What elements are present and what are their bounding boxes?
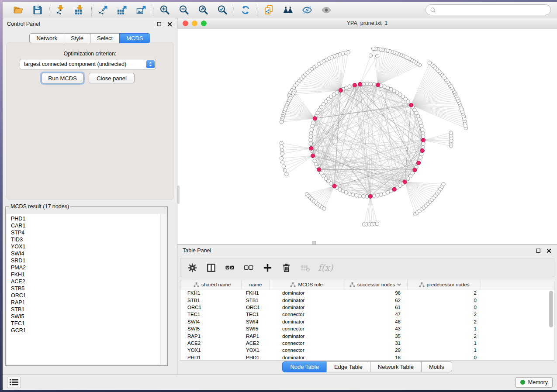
tab-network-table[interactable]: Network Table bbox=[370, 361, 422, 372]
import-table-button[interactable] bbox=[74, 4, 86, 16]
memory-button[interactable]: Memory bbox=[515, 377, 553, 388]
deselect-all-button[interactable] bbox=[243, 262, 254, 273]
mcds-result-item[interactable]: TEC1 bbox=[7, 320, 166, 327]
column-header-successor-nodes[interactable]: successor nodes bbox=[343, 280, 408, 289]
mcds-result-item[interactable]: TID3 bbox=[7, 236, 166, 243]
mcds-result-item[interactable]: PHD1 bbox=[7, 215, 166, 222]
mcds-result-item[interactable]: SWI4 bbox=[7, 250, 166, 257]
show-details-button[interactable] bbox=[321, 4, 332, 16]
mcds-result-item[interactable]: RAP1 bbox=[7, 299, 166, 306]
tab-select[interactable]: Select bbox=[90, 33, 120, 43]
column-header-name[interactable]: name bbox=[242, 280, 270, 289]
cell: SWI4 bbox=[242, 319, 270, 324]
cell: dominator bbox=[270, 319, 343, 324]
control-panel-tabs: NetworkStyleSelectMCDS bbox=[3, 33, 177, 43]
table-row[interactable]: TEC1TEC1connector472 bbox=[180, 311, 554, 318]
mcds-result-item[interactable]: STB1 bbox=[7, 306, 166, 313]
column-header-predecessor-nodes[interactable]: predecessor nodes bbox=[408, 280, 481, 289]
network-canvas[interactable] bbox=[177, 29, 557, 244]
close-mcds-panel-button[interactable]: Close panel bbox=[89, 73, 135, 83]
table-row[interactable]: RAP1RAP1dominator352 bbox=[180, 332, 554, 339]
column-header-MCDS-role[interactable]: MCDS role bbox=[270, 280, 343, 289]
mcds-result-item[interactable]: CAR1 bbox=[7, 222, 166, 229]
cell: dominator bbox=[270, 334, 343, 339]
mcds-result-item[interactable]: ORC1 bbox=[7, 292, 166, 299]
table-row[interactable]: ORC1ORC1dominator610 bbox=[180, 304, 554, 311]
mcds-result-item[interactable]: ACE2 bbox=[7, 278, 166, 285]
table-row[interactable]: STB1STB1dominator620 bbox=[180, 296, 554, 303]
export-table-icon bbox=[117, 5, 128, 15]
tab-node-table[interactable]: Node Table bbox=[282, 361, 327, 372]
table-row[interactable]: PHD1PHD1dominator180 bbox=[180, 354, 554, 361]
column-header-shared-name[interactable]: shared name bbox=[183, 280, 242, 289]
network-graph[interactable] bbox=[177, 29, 557, 244]
zoom-fit-button[interactable] bbox=[197, 4, 209, 16]
list-scrollbar[interactable] bbox=[160, 214, 166, 364]
task-history-button[interactable] bbox=[7, 377, 21, 388]
mcds-result-item[interactable]: YOX1 bbox=[7, 243, 166, 250]
export-image-button[interactable] bbox=[136, 4, 147, 16]
float-panel-button[interactable] bbox=[156, 21, 162, 27]
cell: ORC1 bbox=[183, 305, 242, 310]
export-network-button[interactable] bbox=[97, 4, 109, 16]
cell: dominator bbox=[270, 355, 343, 360]
mcds-result-item[interactable]: STP4 bbox=[7, 229, 166, 236]
main-toolbar bbox=[3, 2, 557, 18]
optimization-criterion-select[interactable]: largest connected component (undirected) bbox=[20, 59, 156, 69]
mcds-result-item[interactable]: GCR1 bbox=[7, 327, 166, 334]
select-all-button[interactable] bbox=[224, 262, 235, 273]
table-row[interactable]: YOX1YOX1connector291 bbox=[180, 347, 554, 354]
cell: 2 bbox=[408, 334, 481, 339]
tab-style[interactable]: Style bbox=[64, 33, 90, 43]
open-file-button[interactable] bbox=[13, 4, 24, 16]
table-scrollbar-thumb[interactable] bbox=[549, 291, 553, 327]
attribute-icon bbox=[290, 282, 296, 287]
delete-row-button[interactable] bbox=[280, 262, 292, 273]
tab-network[interactable]: Network bbox=[29, 33, 64, 43]
delete-row-icon bbox=[281, 263, 291, 273]
cell: 2 bbox=[408, 312, 481, 317]
zoom-in-button[interactable] bbox=[159, 4, 170, 16]
optimization-criterion-label: Optimization criterion: bbox=[3, 51, 177, 57]
export-table-button[interactable] bbox=[117, 4, 128, 16]
cell: 47 bbox=[343, 312, 408, 317]
panel-divider-handle[interactable] bbox=[177, 186, 180, 204]
refresh-view-button[interactable] bbox=[240, 4, 251, 16]
table-panel-title: Table Panel bbox=[183, 248, 211, 254]
search-box bbox=[426, 4, 551, 15]
mcds-result-item[interactable]: FKH1 bbox=[7, 271, 166, 278]
copy-network-button[interactable] bbox=[263, 4, 274, 16]
close-panel-button[interactable] bbox=[167, 21, 173, 27]
table-row[interactable]: ACE2ACE2connector311 bbox=[180, 340, 554, 347]
mcds-result-item[interactable]: SWI5 bbox=[7, 313, 166, 320]
cell: STB1 bbox=[183, 298, 242, 303]
hide-details-icon bbox=[302, 5, 312, 15]
select-all-icon bbox=[225, 263, 235, 273]
settings-button[interactable] bbox=[187, 262, 198, 273]
add-row-button[interactable] bbox=[262, 262, 273, 273]
mcds-result-item[interactable]: STB5 bbox=[7, 285, 166, 292]
mcds-result-item[interactable]: PMA2 bbox=[7, 264, 166, 271]
float-table-panel-button[interactable] bbox=[536, 248, 541, 254]
run-mcds-button[interactable]: Run MCDS bbox=[42, 73, 83, 83]
cell: ACE2 bbox=[242, 340, 270, 346]
tab-mcds[interactable]: MCDS bbox=[119, 33, 150, 43]
columns-button[interactable] bbox=[205, 262, 217, 273]
tab-motifs[interactable]: Motifs bbox=[421, 361, 452, 372]
close-table-panel-button[interactable] bbox=[546, 248, 552, 254]
save-session-button[interactable] bbox=[32, 4, 43, 16]
cell: connector bbox=[270, 347, 343, 353]
table-row[interactable]: SWI4SWI4dominator462 bbox=[180, 318, 554, 325]
zoom-selected-button[interactable] bbox=[217, 4, 228, 16]
open-file-icon bbox=[13, 5, 24, 15]
mcds-result-item[interactable]: SRD1 bbox=[7, 257, 166, 264]
tab-edge-table[interactable]: Edge Table bbox=[326, 361, 370, 372]
table-row[interactable]: SWI5SWI5connector431 bbox=[180, 325, 554, 332]
zoom-out-button[interactable] bbox=[178, 4, 190, 16]
table-row[interactable]: FKH1FKH1dominator962 bbox=[180, 289, 554, 296]
search-input[interactable] bbox=[439, 7, 547, 14]
hide-details-button[interactable] bbox=[301, 4, 313, 16]
import-network-button[interactable] bbox=[55, 4, 66, 16]
first-neighbors-button[interactable] bbox=[282, 4, 294, 16]
cell: YOX1 bbox=[183, 347, 242, 353]
